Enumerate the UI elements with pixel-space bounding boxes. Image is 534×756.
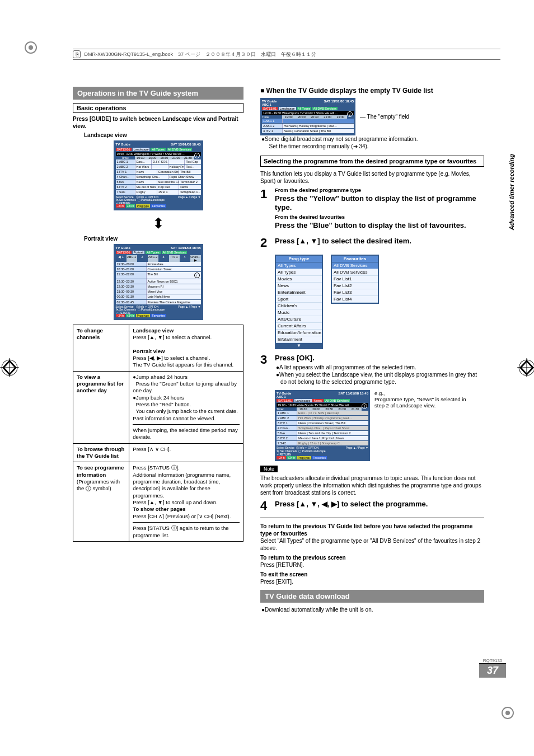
press-guide-text: Press [GUIDE] to switch between Landscap… <box>73 116 238 129</box>
registration-icon <box>499 705 516 721</box>
registration-icon <box>22 39 39 56</box>
tv-guide-news-thumb: TV GuideSAT 13/01/08 18:45 ABC 1 SAT13/0… <box>275 390 370 461</box>
step-1-number: 1 <box>260 187 273 201</box>
tv-guide-portrait-thumb: TV GuideSAT 13/01/08 18:45 SAT13/01 Port… <box>114 244 203 320</box>
tv-guide-empty-thumb: TV GuideSAT 13/01/08 18:45 ABC 1 SAT13/0… <box>260 98 355 135</box>
section-side-label: Advanced timer recording <box>508 154 515 230</box>
selecting-programme-heading: Selecting the programme from the desired… <box>260 156 484 167</box>
header-strip-text: DMR-XW300GN-RQT9135-L_eng.book 37 ページ ２０… <box>85 51 316 57</box>
vertical-swap-icon: ⬍ <box>73 215 243 232</box>
step-3-number: 3 <box>260 353 273 367</box>
rqt-code: RQT9135 <box>479 658 506 663</box>
section-title: Operations in the TV Guide system <box>73 87 243 100</box>
note-label: Note <box>260 466 278 472</box>
note-text: The broadcasters allocate individual pro… <box>260 475 484 496</box>
return-prev-guide-heading: To return to the previous TV Guide list … <box>260 523 472 537</box>
empty-field-callout: — The "empty" field <box>360 114 409 120</box>
empty-guide-heading: ■ When the TV Guide displays the empty T… <box>260 87 484 95</box>
row-change-channels: To change channels <box>73 325 129 371</box>
step-4-number: 4 <box>260 499 273 513</box>
svg-point-3 <box>505 711 510 715</box>
progtype-menu: Prog.type All TypesAll TypesMoviesNewsEn… <box>275 255 323 349</box>
selecting-programme-intro: This function lets you display a TV Guid… <box>260 170 484 185</box>
tv-guide-landscape-thumb: TV GuideSAT 13/01/08 18:45 SAT13/01 Land… <box>114 140 203 210</box>
step-2-number: 2 <box>260 236 273 250</box>
landscape-label: Landscape view <box>84 132 243 138</box>
basic-operations-heading: Basic operations <box>73 103 243 113</box>
portrait-label: Portrait view <box>84 236 243 242</box>
page-number: 37 <box>479 663 506 678</box>
return-prev-screen-heading: To return to the previous screen <box>260 555 346 561</box>
book-icon: ⎘ <box>73 50 81 58</box>
page-number-box: RQT9135 37 <box>479 658 506 678</box>
row-prog-info: To see programme information (Programmes… <box>73 462 129 541</box>
row-browse: To browse through the TV Guide list <box>73 443 129 462</box>
alignment-arrow-right-icon <box>517 358 534 375</box>
header-strip: ⎘ DMR-XW300GN-RQT9135-L_eng.book 37 ページ … <box>73 49 500 60</box>
chevron-down-icon: ▼ <box>276 343 322 348</box>
example-caption: e.g., Programme type, "News" is selected… <box>374 390 475 408</box>
data-download-heading: TV Guide data download <box>260 590 484 603</box>
alignment-arrow-left-icon <box>0 358 17 375</box>
operations-table: To change channels Landscape view Press … <box>73 325 243 542</box>
exit-screen-heading: To exit the screen <box>260 571 307 577</box>
svg-point-1 <box>29 45 33 50</box>
row-another-day: To view a programme list for another day <box>73 371 129 443</box>
favourites-menu: Favourites All DVB ServicesAll DVB Servi… <box>331 255 379 304</box>
